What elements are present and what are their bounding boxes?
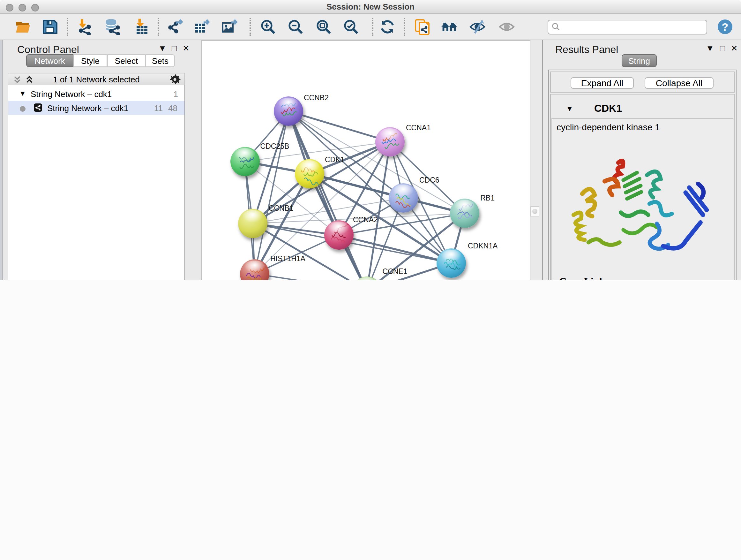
svg-text:?: ?: [722, 21, 729, 33]
